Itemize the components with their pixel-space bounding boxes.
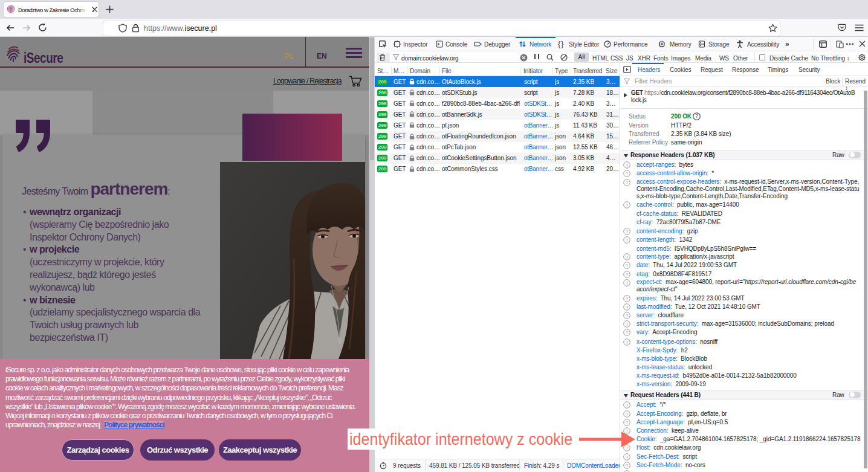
svg-text:?: ? (626, 305, 628, 310)
svg-text:?: ? (626, 280, 628, 285)
svg-text:?: ? (626, 463, 628, 468)
svg-text:?: ? (626, 411, 628, 416)
svg-text:?: ? (626, 262, 628, 268)
svg-text:?: ? (626, 171, 628, 176)
svg-text:?: ? (626, 339, 628, 344)
svg-text:?: ? (695, 113, 698, 119)
svg-text:?: ? (626, 454, 628, 459)
svg-text:?: ? (626, 163, 628, 168)
svg-text:?: ? (626, 229, 628, 234)
svg-text:?: ? (626, 202, 628, 208)
svg-text:?: ? (626, 237, 628, 242)
svg-text:?: ? (626, 419, 628, 425)
svg-text:?: ? (626, 271, 628, 277)
svg-text:?: ? (626, 179, 628, 185)
svg-text:?: ? (626, 254, 628, 260)
svg-text:?: ? (626, 402, 628, 408)
svg-text:?: ? (626, 312, 628, 318)
svg-text:?: ? (626, 322, 628, 327)
svg-text:?: ? (626, 296, 628, 302)
svg-text:?: ? (626, 330, 628, 335)
